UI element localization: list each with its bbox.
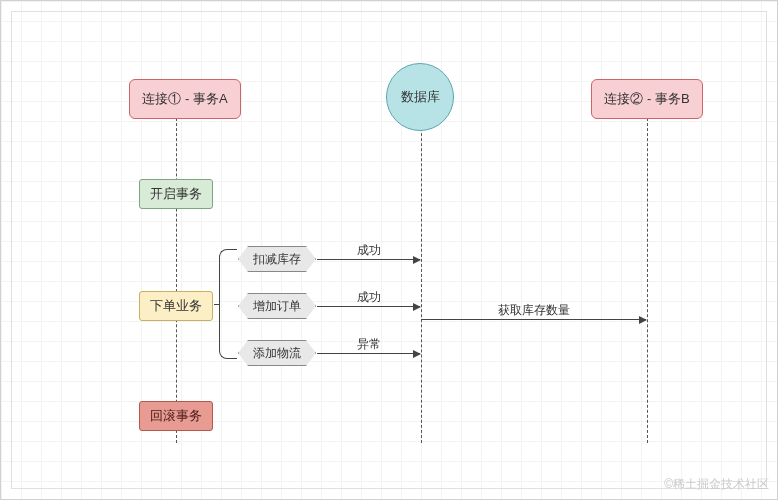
op-add-order: 增加订单 — [238, 293, 316, 319]
participant-tx-a: 连接① - 事务A — [129, 79, 241, 119]
participant-tx-b: 连接② - 事务B — [591, 79, 703, 119]
watermark: ©稀土掘金技术社区 — [664, 476, 769, 493]
brace-biz-group — [219, 249, 237, 359]
label-order-result: 成功 — [355, 289, 383, 306]
op-deduct-stock: 扣减库存 — [238, 246, 316, 272]
step-begin-tx: 开启事务 — [139, 179, 213, 209]
label-deduct-result: 成功 — [355, 242, 383, 259]
step-rollback: 回滚事务 — [139, 401, 213, 431]
op-add-shipment: 添加物流 — [238, 340, 316, 366]
lifeline-database — [421, 113, 422, 443]
arrow-ship-result: 异常 — [317, 353, 420, 354]
step-order-biz: 下单业务 — [139, 291, 213, 321]
arrow-order-result: 成功 — [317, 306, 420, 307]
label-txb-query: 获取库存数量 — [496, 302, 572, 319]
lifeline-tx-a — [176, 113, 177, 443]
arrow-txb-query: 获取库存数量 — [421, 319, 646, 320]
label-ship-result: 异常 — [355, 336, 383, 353]
diagram-canvas: 连接① - 事务A 数据库 连接② - 事务B 开启事务 下单业务 回滚事务 扣… — [0, 0, 778, 500]
lifeline-tx-b — [647, 113, 648, 443]
participant-database: 数据库 — [386, 63, 454, 131]
arrow-deduct-result: 成功 — [317, 259, 420, 260]
